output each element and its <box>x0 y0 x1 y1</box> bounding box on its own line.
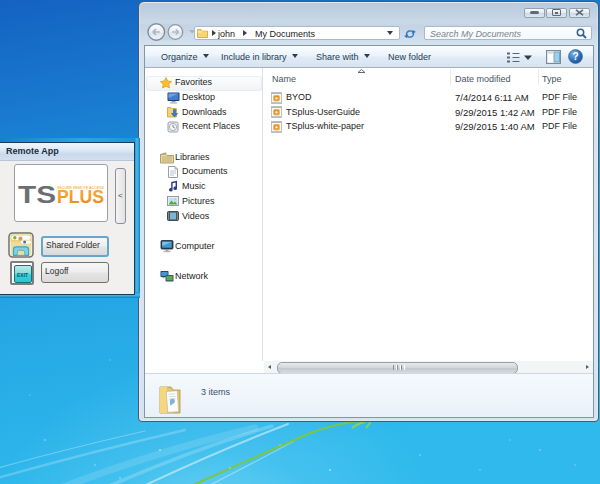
svg-text:PLUS: PLUS <box>57 186 104 206</box>
svg-text:TS: TS <box>18 181 56 207</box>
svg-text:?: ? <box>572 51 578 62</box>
svg-text:SECURE REMOTE ACCESS: SECURE REMOTE ACCESS <box>57 185 105 189</box>
